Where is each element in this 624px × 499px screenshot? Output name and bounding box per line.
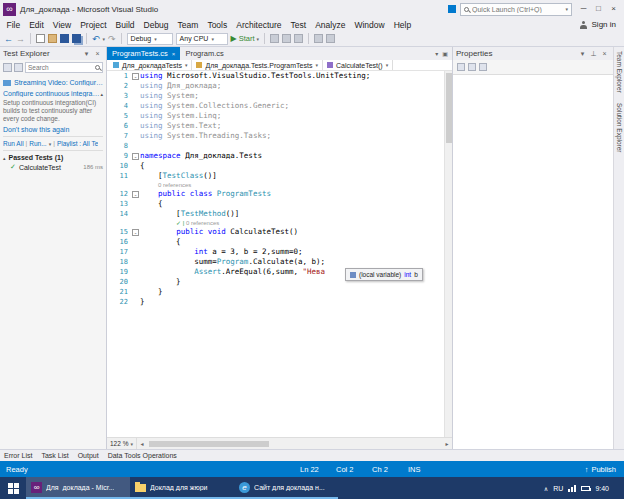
codelens-row[interactable]: 0 references xyxy=(107,181,452,189)
comment-icon[interactable] xyxy=(326,34,335,43)
close-icon[interactable]: × xyxy=(92,50,103,57)
quick-launch[interactable]: ▾ xyxy=(460,3,572,16)
properties-body[interactable] xyxy=(453,74,613,449)
code-line[interactable]: 15- public void CalculateTest() xyxy=(107,227,452,237)
fold-marker[interactable]: - xyxy=(132,73,139,80)
menu-item-build[interactable]: Build xyxy=(111,20,139,30)
code-line[interactable]: 10{ xyxy=(107,161,452,171)
step-over-icon[interactable] xyxy=(270,34,279,43)
solution-platform-dropdown[interactable]: Any CPU ▾ xyxy=(176,33,228,45)
fold-marker[interactable]: - xyxy=(132,153,139,160)
menu-item-help[interactable]: Help xyxy=(389,20,415,30)
undo-icon[interactable]: ↶ xyxy=(92,33,100,45)
configure-ci-link[interactable]: Configure continuous integration xyxy=(3,90,100,97)
code-line[interactable]: 5using System.Linq; xyxy=(107,111,452,121)
publish-button[interactable]: ↑ Publish xyxy=(585,465,616,474)
code-line[interactable]: 18 summ=Program.Calculate(a, b); xyxy=(107,257,452,267)
test-search-box[interactable] xyxy=(25,62,103,73)
code-line[interactable]: 16 { xyxy=(107,237,452,247)
code-line[interactable]: 22} xyxy=(107,297,452,307)
chevron-down-icon[interactable]: ▾ xyxy=(577,50,588,58)
save-all-icon[interactable] xyxy=(72,34,81,43)
chevron-down-icon[interactable]: ▾ xyxy=(103,36,106,42)
solution-configuration-dropdown[interactable]: Debug ▾ xyxy=(127,33,173,45)
window-list-icon[interactable]: ▣ xyxy=(442,50,448,57)
code-line[interactable]: 12- public class ProgramTests xyxy=(107,189,452,199)
dont-show-again-link[interactable]: Don't show this again xyxy=(3,126,69,133)
navigate-forward-icon[interactable]: → xyxy=(16,33,25,45)
document-tab[interactable]: Program.cs xyxy=(180,47,228,60)
menu-item-debug[interactable]: Debug xyxy=(139,20,173,30)
network-icon[interactable] xyxy=(568,485,576,492)
scrollbar-thumb[interactable] xyxy=(446,73,452,143)
menu-item-test[interactable]: Test xyxy=(286,20,311,30)
zoom-dropdown[interactable]: 122 % ▾ xyxy=(107,438,137,449)
code-line[interactable]: 21 } xyxy=(107,287,452,297)
clock[interactable]: 9:40 xyxy=(595,485,609,492)
bottom-tab-task-list[interactable]: Task List xyxy=(41,452,68,459)
taskbar-app-internet-explorer[interactable]: eСайт для доклада н... xyxy=(234,477,338,499)
battery-icon[interactable] xyxy=(581,486,590,491)
taskbar-app-visual-studio[interactable]: ∞Для_доклада - Micr... xyxy=(26,477,130,499)
categorized-icon[interactable] xyxy=(457,63,465,71)
code-line[interactable]: 17 int a = 3, b = 2,summ=0; xyxy=(107,247,452,257)
fold-marker[interactable]: - xyxy=(132,229,139,236)
maximize-button[interactable]: □ xyxy=(591,0,606,18)
side-tab-solution-explorer[interactable]: Solution Explorer xyxy=(616,103,623,153)
code-line[interactable]: 6using System.Text; xyxy=(107,121,452,131)
group-by-icon[interactable] xyxy=(14,63,23,72)
codelens-row[interactable]: ✓ | 0 references xyxy=(107,219,452,227)
breadcrumb-dropdown[interactable]: Для_докладаTests▾ xyxy=(109,60,192,70)
code-line[interactable]: 8 xyxy=(107,141,452,151)
code-line[interactable]: 9-namespace Для_доклада.Tests xyxy=(107,151,452,161)
step-into-icon[interactable] xyxy=(282,34,291,43)
test-result-row[interactable]: ✓ CalculateTest 186 ms xyxy=(3,163,103,171)
chevron-down-icon[interactable]: ▾ xyxy=(565,6,568,12)
menu-item-file[interactable]: File xyxy=(2,20,25,30)
redo-icon[interactable]: ↷ xyxy=(108,33,116,45)
run-link[interactable]: Run... xyxy=(29,140,46,147)
menu-item-analyze[interactable]: Analyze xyxy=(311,20,350,30)
find-icon[interactable] xyxy=(314,34,323,43)
menu-item-architecture[interactable]: Architecture xyxy=(232,20,286,30)
code-line[interactable]: 1-using Microsoft.VisualStudio.TestTools… xyxy=(107,71,452,81)
pin-icon[interactable]: ⊥ xyxy=(588,50,599,58)
scrollbar-thumb[interactable] xyxy=(149,441,269,447)
bottom-tab-error-list[interactable]: Error List xyxy=(4,452,32,459)
tray-expand-icon[interactable]: ∧ xyxy=(544,485,548,492)
breadcrumb-dropdown[interactable]: Для_доклада.Tests.ProgramTests▾ xyxy=(192,60,323,70)
open-file-icon[interactable] xyxy=(48,34,57,43)
code-line[interactable]: 2using Для_доклада; xyxy=(107,81,452,91)
chevron-down-icon[interactable]: ▾ xyxy=(81,50,92,58)
menu-item-view[interactable]: View xyxy=(48,20,75,30)
bottom-tab-data-tools-operations[interactable]: Data Tools Operations xyxy=(108,452,177,459)
run-all-link[interactable]: Run All xyxy=(3,140,24,147)
fold-marker[interactable]: - xyxy=(132,191,139,198)
test-explorer-header[interactable]: Test Explorer ▾ × xyxy=(0,47,106,60)
menu-item-project[interactable]: Project xyxy=(76,20,111,30)
language-indicator[interactable]: RU xyxy=(553,485,563,492)
alphabetical-icon[interactable] xyxy=(468,63,476,71)
properties-header[interactable]: Properties ▾ ⊥ × xyxy=(453,47,613,60)
minimize-button[interactable]: ─ xyxy=(576,0,591,18)
menu-item-edit[interactable]: Edit xyxy=(25,20,49,30)
breadcrumb-dropdown[interactable]: CalculateTest()▾ xyxy=(323,60,393,70)
build-icon[interactable] xyxy=(294,34,303,43)
start-button[interactable] xyxy=(0,477,26,499)
scroll-left-arrow[interactable]: ◂ xyxy=(137,440,147,447)
property-pages-icon[interactable] xyxy=(479,63,487,71)
menu-item-window[interactable]: Window xyxy=(350,20,389,30)
close-tab-icon[interactable]: × xyxy=(172,51,176,57)
run-tests-icon[interactable] xyxy=(3,63,12,72)
code-line[interactable]: 3using System; xyxy=(107,91,452,101)
quick-launch-input[interactable] xyxy=(472,6,562,13)
code-line[interactable]: 4using System.Collections.Generic; xyxy=(107,101,452,111)
chevron-down-icon[interactable]: ▾ xyxy=(49,141,52,147)
code-line[interactable]: 7using System.Threading.Tasks; xyxy=(107,131,452,141)
passed-tests-group[interactable]: ▴ Passed Tests (1) xyxy=(3,154,103,161)
code-line[interactable]: 14 [TestMethod()] xyxy=(107,209,452,219)
navigate-back-icon[interactable]: ← xyxy=(4,33,13,45)
streaming-video-link[interactable]: Streaming Video: Configure co xyxy=(14,79,103,86)
side-tab-team-explorer[interactable]: Team Explorer xyxy=(616,51,623,93)
bottom-tab-output[interactable]: Output xyxy=(78,452,99,459)
